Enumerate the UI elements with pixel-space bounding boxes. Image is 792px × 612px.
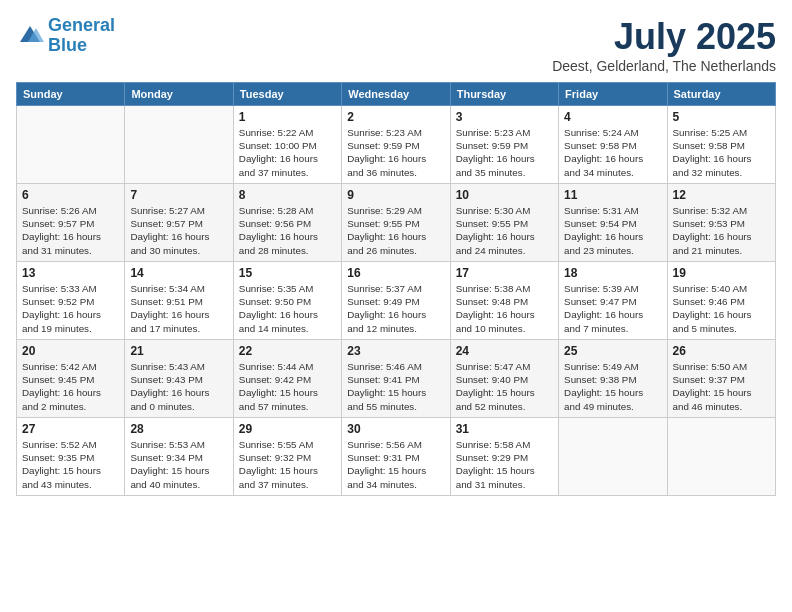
day-cell: 12Sunrise: 5:32 AM Sunset: 9:53 PM Dayli… xyxy=(667,184,775,262)
day-number: 22 xyxy=(239,344,336,358)
day-cell: 20Sunrise: 5:42 AM Sunset: 9:45 PM Dayli… xyxy=(17,340,125,418)
day-number: 19 xyxy=(673,266,770,280)
day-cell: 14Sunrise: 5:34 AM Sunset: 9:51 PM Dayli… xyxy=(125,262,233,340)
day-number: 13 xyxy=(22,266,119,280)
day-cell: 29Sunrise: 5:55 AM Sunset: 9:32 PM Dayli… xyxy=(233,418,341,496)
day-number: 26 xyxy=(673,344,770,358)
col-header-wednesday: Wednesday xyxy=(342,83,450,106)
day-number: 2 xyxy=(347,110,444,124)
day-info: Sunrise: 5:30 AM Sunset: 9:55 PM Dayligh… xyxy=(456,204,553,257)
page-header: General Blue July 2025 Deest, Gelderland… xyxy=(16,16,776,74)
day-info: Sunrise: 5:50 AM Sunset: 9:37 PM Dayligh… xyxy=(673,360,770,413)
day-number: 16 xyxy=(347,266,444,280)
day-cell xyxy=(559,418,667,496)
col-header-monday: Monday xyxy=(125,83,233,106)
col-header-saturday: Saturday xyxy=(667,83,775,106)
day-info: Sunrise: 5:31 AM Sunset: 9:54 PM Dayligh… xyxy=(564,204,661,257)
day-cell: 28Sunrise: 5:53 AM Sunset: 9:34 PM Dayli… xyxy=(125,418,233,496)
day-cell: 24Sunrise: 5:47 AM Sunset: 9:40 PM Dayli… xyxy=(450,340,558,418)
day-info: Sunrise: 5:34 AM Sunset: 9:51 PM Dayligh… xyxy=(130,282,227,335)
day-cell: 16Sunrise: 5:37 AM Sunset: 9:49 PM Dayli… xyxy=(342,262,450,340)
logo-text: General Blue xyxy=(48,16,115,56)
day-info: Sunrise: 5:37 AM Sunset: 9:49 PM Dayligh… xyxy=(347,282,444,335)
day-cell: 4Sunrise: 5:24 AM Sunset: 9:58 PM Daylig… xyxy=(559,106,667,184)
day-cell: 26Sunrise: 5:50 AM Sunset: 9:37 PM Dayli… xyxy=(667,340,775,418)
month-title: July 2025 xyxy=(552,16,776,58)
day-cell: 10Sunrise: 5:30 AM Sunset: 9:55 PM Dayli… xyxy=(450,184,558,262)
day-number: 27 xyxy=(22,422,119,436)
day-info: Sunrise: 5:42 AM Sunset: 9:45 PM Dayligh… xyxy=(22,360,119,413)
day-cell: 8Sunrise: 5:28 AM Sunset: 9:56 PM Daylig… xyxy=(233,184,341,262)
day-number: 20 xyxy=(22,344,119,358)
day-info: Sunrise: 5:26 AM Sunset: 9:57 PM Dayligh… xyxy=(22,204,119,257)
day-cell: 3Sunrise: 5:23 AM Sunset: 9:59 PM Daylig… xyxy=(450,106,558,184)
day-info: Sunrise: 5:43 AM Sunset: 9:43 PM Dayligh… xyxy=(130,360,227,413)
day-number: 21 xyxy=(130,344,227,358)
day-cell: 19Sunrise: 5:40 AM Sunset: 9:46 PM Dayli… xyxy=(667,262,775,340)
day-cell: 1Sunrise: 5:22 AM Sunset: 10:00 PM Dayli… xyxy=(233,106,341,184)
logo: General Blue xyxy=(16,16,115,56)
day-cell: 13Sunrise: 5:33 AM Sunset: 9:52 PM Dayli… xyxy=(17,262,125,340)
day-cell: 2Sunrise: 5:23 AM Sunset: 9:59 PM Daylig… xyxy=(342,106,450,184)
week-row-1: 1Sunrise: 5:22 AM Sunset: 10:00 PM Dayli… xyxy=(17,106,776,184)
day-info: Sunrise: 5:32 AM Sunset: 9:53 PM Dayligh… xyxy=(673,204,770,257)
day-cell: 22Sunrise: 5:44 AM Sunset: 9:42 PM Dayli… xyxy=(233,340,341,418)
day-info: Sunrise: 5:40 AM Sunset: 9:46 PM Dayligh… xyxy=(673,282,770,335)
day-cell: 15Sunrise: 5:35 AM Sunset: 9:50 PM Dayli… xyxy=(233,262,341,340)
day-info: Sunrise: 5:58 AM Sunset: 9:29 PM Dayligh… xyxy=(456,438,553,491)
day-cell xyxy=(667,418,775,496)
day-cell: 23Sunrise: 5:46 AM Sunset: 9:41 PM Dayli… xyxy=(342,340,450,418)
location: Deest, Gelderland, The Netherlands xyxy=(552,58,776,74)
day-cell xyxy=(17,106,125,184)
day-cell: 18Sunrise: 5:39 AM Sunset: 9:47 PM Dayli… xyxy=(559,262,667,340)
day-cell: 31Sunrise: 5:58 AM Sunset: 9:29 PM Dayli… xyxy=(450,418,558,496)
day-number: 10 xyxy=(456,188,553,202)
day-info: Sunrise: 5:23 AM Sunset: 9:59 PM Dayligh… xyxy=(347,126,444,179)
calendar-table: SundayMondayTuesdayWednesdayThursdayFrid… xyxy=(16,82,776,496)
day-info: Sunrise: 5:29 AM Sunset: 9:55 PM Dayligh… xyxy=(347,204,444,257)
day-number: 11 xyxy=(564,188,661,202)
day-info: Sunrise: 5:22 AM Sunset: 10:00 PM Daylig… xyxy=(239,126,336,179)
day-info: Sunrise: 5:56 AM Sunset: 9:31 PM Dayligh… xyxy=(347,438,444,491)
day-info: Sunrise: 5:35 AM Sunset: 9:50 PM Dayligh… xyxy=(239,282,336,335)
week-row-2: 6Sunrise: 5:26 AM Sunset: 9:57 PM Daylig… xyxy=(17,184,776,262)
week-row-5: 27Sunrise: 5:52 AM Sunset: 9:35 PM Dayli… xyxy=(17,418,776,496)
week-row-4: 20Sunrise: 5:42 AM Sunset: 9:45 PM Dayli… xyxy=(17,340,776,418)
day-cell: 11Sunrise: 5:31 AM Sunset: 9:54 PM Dayli… xyxy=(559,184,667,262)
day-cell: 21Sunrise: 5:43 AM Sunset: 9:43 PM Dayli… xyxy=(125,340,233,418)
day-number: 18 xyxy=(564,266,661,280)
day-number: 3 xyxy=(456,110,553,124)
day-info: Sunrise: 5:49 AM Sunset: 9:38 PM Dayligh… xyxy=(564,360,661,413)
day-number: 4 xyxy=(564,110,661,124)
col-header-sunday: Sunday xyxy=(17,83,125,106)
day-cell: 7Sunrise: 5:27 AM Sunset: 9:57 PM Daylig… xyxy=(125,184,233,262)
day-info: Sunrise: 5:25 AM Sunset: 9:58 PM Dayligh… xyxy=(673,126,770,179)
day-number: 7 xyxy=(130,188,227,202)
day-cell: 30Sunrise: 5:56 AM Sunset: 9:31 PM Dayli… xyxy=(342,418,450,496)
day-info: Sunrise: 5:28 AM Sunset: 9:56 PM Dayligh… xyxy=(239,204,336,257)
day-info: Sunrise: 5:46 AM Sunset: 9:41 PM Dayligh… xyxy=(347,360,444,413)
day-number: 28 xyxy=(130,422,227,436)
day-info: Sunrise: 5:55 AM Sunset: 9:32 PM Dayligh… xyxy=(239,438,336,491)
day-cell xyxy=(125,106,233,184)
day-number: 9 xyxy=(347,188,444,202)
day-info: Sunrise: 5:53 AM Sunset: 9:34 PM Dayligh… xyxy=(130,438,227,491)
logo-icon xyxy=(16,22,44,50)
day-info: Sunrise: 5:24 AM Sunset: 9:58 PM Dayligh… xyxy=(564,126,661,179)
column-headers: SundayMondayTuesdayWednesdayThursdayFrid… xyxy=(17,83,776,106)
day-cell: 25Sunrise: 5:49 AM Sunset: 9:38 PM Dayli… xyxy=(559,340,667,418)
day-number: 8 xyxy=(239,188,336,202)
day-number: 5 xyxy=(673,110,770,124)
day-info: Sunrise: 5:52 AM Sunset: 9:35 PM Dayligh… xyxy=(22,438,119,491)
day-number: 24 xyxy=(456,344,553,358)
day-cell: 27Sunrise: 5:52 AM Sunset: 9:35 PM Dayli… xyxy=(17,418,125,496)
title-block: July 2025 Deest, Gelderland, The Netherl… xyxy=(552,16,776,74)
day-info: Sunrise: 5:38 AM Sunset: 9:48 PM Dayligh… xyxy=(456,282,553,335)
day-number: 1 xyxy=(239,110,336,124)
day-number: 29 xyxy=(239,422,336,436)
col-header-friday: Friday xyxy=(559,83,667,106)
week-row-3: 13Sunrise: 5:33 AM Sunset: 9:52 PM Dayli… xyxy=(17,262,776,340)
col-header-thursday: Thursday xyxy=(450,83,558,106)
day-number: 15 xyxy=(239,266,336,280)
day-info: Sunrise: 5:47 AM Sunset: 9:40 PM Dayligh… xyxy=(456,360,553,413)
